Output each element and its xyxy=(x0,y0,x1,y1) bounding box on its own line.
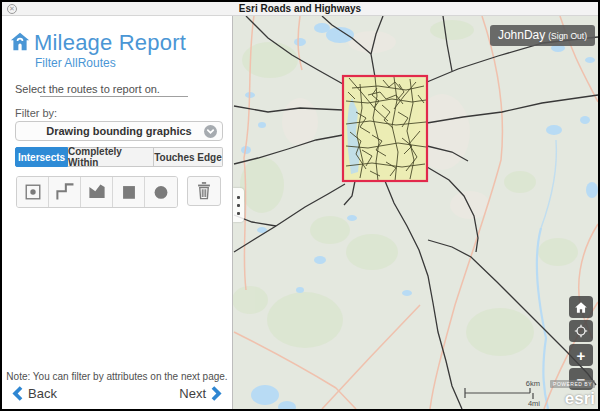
route-input-underline xyxy=(40,96,188,97)
filter-allroutes-link[interactable]: Filter AllRoutes xyxy=(35,56,116,70)
mileage-report-panel: Mileage Report Filter AllRoutes Select t… xyxy=(2,16,233,409)
polygon-icon xyxy=(86,181,108,203)
draw-polyline-button[interactable] xyxy=(49,177,81,207)
zoom-in-button[interactable]: + xyxy=(569,344,593,366)
tab-completely-within[interactable]: Completely Within xyxy=(68,147,154,167)
scale-km-label: 6km xyxy=(526,379,540,388)
draw-point-button[interactable] xyxy=(17,177,49,207)
window-title: Esri Roads and Highways xyxy=(2,2,598,16)
esri-wordmark: esri xyxy=(565,389,595,408)
back-button[interactable]: Back xyxy=(10,385,57,402)
home-map-icon xyxy=(574,301,588,314)
locate-icon xyxy=(573,323,589,339)
map-canvas[interactable]: 6km 4mi xyxy=(233,16,598,409)
home-icon xyxy=(10,32,30,55)
draw-circle-button[interactable] xyxy=(145,177,177,207)
rectangle-icon xyxy=(118,181,140,203)
chevron-down-icon xyxy=(204,125,217,138)
instruction-text: Select the routes to report on. xyxy=(15,83,160,95)
tab-intersects[interactable]: Intersects xyxy=(15,147,68,167)
back-label: Back xyxy=(28,386,57,401)
draw-rectangle-button[interactable] xyxy=(113,177,145,207)
title-bar: ✕ Esri Roads and Highways xyxy=(2,2,598,16)
esri-logo: POWERED BY esri xyxy=(550,372,595,408)
chevron-right-icon xyxy=(211,385,224,402)
map-container: 6km 4mi JohnDay (Sign Out) + − POWERED B… xyxy=(233,16,598,409)
point-icon xyxy=(22,181,44,203)
page-title: Mileage Report xyxy=(34,30,186,56)
sign-out-button[interactable]: JohnDay (Sign Out) xyxy=(490,25,595,46)
sign-out-label: (Sign Out) xyxy=(548,31,587,41)
chevron-left-icon xyxy=(10,385,23,402)
app-window: ✕ Esri Roads and Highways Mileage Report… xyxy=(0,0,600,411)
scale-mi-label: 4mi xyxy=(528,399,540,408)
note-text: Note: You can filter by attributes on th… xyxy=(2,371,232,382)
next-button[interactable]: Next xyxy=(179,385,224,402)
filter-mode-value: Drawing bounding graphics xyxy=(46,125,191,137)
user-name: JohnDay xyxy=(498,28,545,42)
draw-toolbar xyxy=(16,176,221,208)
trash-icon xyxy=(193,180,215,202)
locate-button[interactable] xyxy=(569,320,593,342)
panel-collapse-handle[interactable] xyxy=(233,188,244,222)
tab-touches-edge[interactable]: Touches Edge xyxy=(154,147,223,167)
filter-by-label: Filter by: xyxy=(15,107,57,119)
spatial-filter-tabs: Intersects Completely Within Touches Edg… xyxy=(15,147,223,167)
map-home-button[interactable] xyxy=(569,296,593,318)
next-label: Next xyxy=(179,386,206,401)
polyline-icon xyxy=(54,181,76,203)
clear-graphics-button[interactable] xyxy=(187,176,221,206)
circle-icon xyxy=(150,181,172,203)
filter-mode-dropdown[interactable]: Drawing bounding graphics xyxy=(15,121,223,141)
draw-polygon-button[interactable] xyxy=(81,177,113,207)
powered-by-label: POWERED BY xyxy=(550,380,595,388)
